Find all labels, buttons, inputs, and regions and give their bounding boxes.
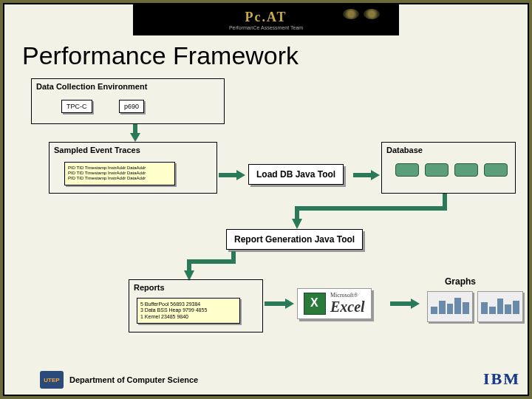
reports-group: Reports 5 BufferPool 56893 29384 3 Data … xyxy=(129,279,263,332)
database-icon xyxy=(425,163,449,177)
trace-line: PID TID Timestamp InstrAddr DataAddr xyxy=(68,176,171,181)
sampled-label: Sampled Event Traces xyxy=(50,143,216,157)
banner-logo: Pc.AT xyxy=(245,10,287,25)
svg-marker-1 xyxy=(130,133,140,142)
eyes-icon xyxy=(343,9,380,19)
mini-chart xyxy=(477,291,523,322)
excel-ms: Microsoft® xyxy=(330,292,365,299)
arrow-right-icon xyxy=(219,170,245,183)
sampled-traces-group: Sampled Event Traces PID TID Timestamp I… xyxy=(49,142,217,194)
data-collection-group: Data Collection Environment TPC-C p690 xyxy=(31,78,225,124)
svg-rect-0 xyxy=(133,124,137,133)
data-collection-label: Data Collection Environment xyxy=(32,79,224,94)
report-line: 3 Data BSS Heap 9799 4855 xyxy=(140,307,236,313)
arrow-right-icon xyxy=(353,170,380,183)
svg-marker-3 xyxy=(236,170,245,180)
svg-rect-2 xyxy=(219,173,236,177)
footer-left: UTEP Department of Computer Science xyxy=(40,371,198,389)
arrow-right-icon xyxy=(390,299,420,312)
database-icon xyxy=(484,163,508,177)
excel-icon xyxy=(304,293,326,315)
report-gen-tool-box: Report Generation Java Tool xyxy=(226,229,363,250)
excel-box: Microsoft® Excel xyxy=(297,288,372,319)
slide-title: Performance Framework xyxy=(22,41,299,70)
graphs-label: Graphs xyxy=(445,276,476,287)
tpc-c-box: TPC-C xyxy=(61,100,92,113)
excel-text: Microsoft® Excel xyxy=(330,292,365,316)
svg-rect-8 xyxy=(265,301,285,306)
svg-rect-10 xyxy=(390,301,411,306)
svg-marker-6 xyxy=(292,219,302,229)
trace-line: PID TID Timestamp InstrAddr DataAddr xyxy=(68,166,171,171)
trace-line: PID TID Timestamp InstrAddr DataAddr xyxy=(68,171,171,176)
database-group: Database xyxy=(381,142,516,194)
database-icon xyxy=(395,163,419,177)
banner: Pc.AT PerformanCe Assessment Team xyxy=(133,4,399,35)
utep-logo: UTEP xyxy=(40,371,64,389)
report-data-box: 5 BufferPool 56893 29384 3 Data BSS Heap… xyxy=(137,298,240,324)
report-line: 1 Kernel 23485 9840 xyxy=(140,314,236,320)
excel-name: Excel xyxy=(330,299,365,316)
database-label: Database xyxy=(382,143,515,157)
reports-label: Reports xyxy=(129,280,262,295)
arrow-down-icon xyxy=(415,194,532,233)
report-line: 5 BufferPool 56893 29384 xyxy=(140,301,236,307)
svg-marker-5 xyxy=(371,170,380,180)
trace-data-box: PID TID Timestamp InstrAddr DataAddr PID… xyxy=(64,162,175,185)
arrow-right-icon xyxy=(265,299,294,312)
svg-marker-9 xyxy=(285,299,294,309)
mini-chart xyxy=(427,291,473,322)
banner-subtitle: PerformanCe Assessment Team xyxy=(229,25,303,30)
load-db-tool-box: Load DB Java Tool xyxy=(248,164,344,185)
svg-rect-4 xyxy=(353,173,371,177)
ibm-logo: IBM xyxy=(483,369,520,389)
footer-dept: Department of Computer Science xyxy=(69,375,198,384)
svg-marker-11 xyxy=(411,299,420,309)
database-icon xyxy=(454,163,478,177)
p690-box: p690 xyxy=(119,100,144,113)
